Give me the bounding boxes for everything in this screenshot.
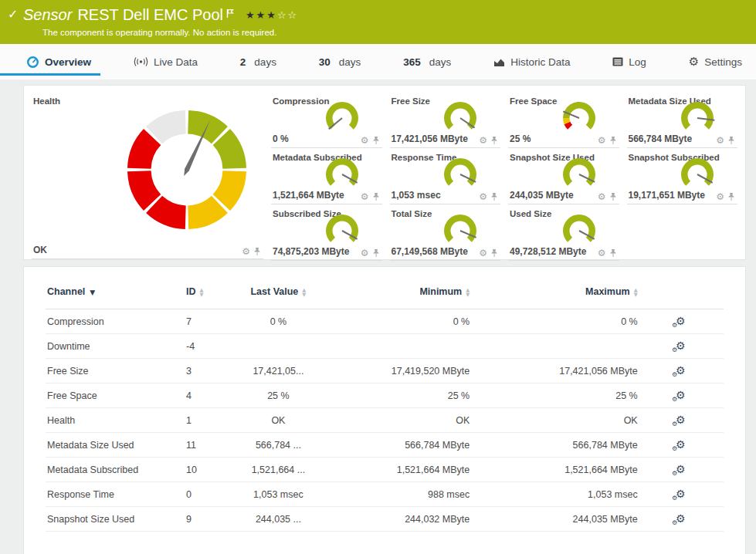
gauge-value: 67,149,568 MByte [392,246,468,257]
tile-title: Health [32,92,263,106]
column-header-id[interactable]: ID▲▼ [186,285,224,309]
channel-settings-icon[interactable]: ⚙⚙ [676,316,686,327]
gear-icon[interactable]: ⚙ [361,136,369,145]
channel-gauge-tile: Used Size 49,728,512 MByte ⚙ [508,204,619,261]
column-header-actions [638,285,724,309]
table-row: Response Time 0 1,053 msec 988 msec 1,05… [46,482,724,507]
pin-icon[interactable] [727,192,735,201]
pin-icon[interactable] [490,136,498,145]
gear-icon[interactable]: ⚙ [479,136,487,145]
gear-icon[interactable]: ⚙ [479,192,487,201]
tab-30-days[interactable]: 30 days [314,44,366,79]
cell-last-value: 1,521,664 ... [224,458,334,482]
page-title: REST Dell EMC Pool [77,5,223,24]
cell-id: -4 [186,334,224,359]
pin-icon[interactable] [609,248,617,258]
channel-settings-icon[interactable]: ⚙⚙ [676,513,686,525]
gauge-value: 1,053 msec [392,190,441,201]
pin-icon[interactable] [609,192,617,201]
cell-maximum: 0 % [470,309,637,334]
star-icon[interactable]: ★ [246,9,256,21]
star-icon[interactable]: ★ [266,9,277,21]
gear-icon[interactable]: ⚙ [361,248,369,258]
channel-gauge [440,213,480,248]
object-kind-label: Sensor [23,5,72,24]
gear-icon[interactable]: ⚙ [598,248,606,258]
cell-channel: Health [46,408,186,433]
tab-overview[interactable]: Overview [22,44,96,79]
health-gauge-tile: Health OK ⚙ [32,92,263,259]
pin-icon[interactable] [490,248,498,258]
channel-gauge-tile: Snapshot Size Used 244,035 MByte ⚙ [508,148,619,204]
flag-icon[interactable] [226,4,235,22]
table-row: Compression 7 0 % 0 % 0 % ⚙⚙ [46,309,724,334]
gear-icon[interactable]: ⚙ [242,247,250,256]
channel-gauge-tile: Total Size 67,149,568 MByte ⚙ [390,204,501,261]
table-row: Free Size 3 17,421,05... 17,419,520 MByt… [46,359,724,383]
channel-settings-icon[interactable]: ⚙⚙ [676,414,686,426]
gear-icon[interactable]: ⚙ [361,192,369,201]
channel-settings-icon[interactable]: ⚙⚙ [676,365,686,377]
channel-settings-icon[interactable]: ⚙⚙ [676,340,686,352]
tab-historic-data[interactable]: Historic Data [489,44,575,79]
cell-last-value: 25 % [224,383,334,408]
column-header-last-value[interactable]: Last Value▲▼ [224,285,334,309]
sort-icon: ▲▼ [466,288,470,297]
pin-icon[interactable] [490,192,498,201]
cell-channel: Free Size [46,359,186,383]
tab-log[interactable]: Log [608,44,651,79]
gear-icon[interactable]: ⚙ [598,136,606,145]
pin-icon[interactable] [609,136,617,145]
cell-id: 10 [186,458,224,482]
cell-channel: Metadata Size Used [46,433,186,458]
sensor-status-header: ✓ Sensor REST Dell EMC Pool ★★★☆☆ The co… [0,0,756,44]
cell-maximum: 1,521,664 MByte [470,458,637,482]
channel-settings-icon[interactable]: ⚙⚙ [676,488,686,500]
pin-icon[interactable] [253,247,261,256]
cell-minimum: 0 % [333,309,470,334]
cell-minimum: 988 msec [333,482,470,507]
channel-gauge [440,100,480,135]
channel-gauge [440,157,480,191]
cell-last-value: 566,784 ... [224,433,334,458]
star-icon[interactable]: ☆ [277,9,288,21]
channel-gauge-tile: Free Space 25 % ⚙ [508,92,619,148]
tab-365-days[interactable]: 365 days [398,44,456,79]
pin-icon[interactable] [372,248,380,258]
channel-settings-icon[interactable]: ⚙⚙ [676,464,686,475]
channel-gauge-tile: Response Time 1,053 msec ⚙ [390,148,501,204]
priority-stars[interactable]: ★★★☆☆ [246,6,298,25]
pin-icon[interactable] [372,192,380,201]
channel-gauge [559,213,599,248]
gauge-value: 1,521,664 MByte [273,190,344,201]
channel-gauge-tile: Snapshot Subscribed 19,171,651 MByte ⚙ [627,148,738,204]
cell-id: 1 [186,408,224,433]
gear-icon[interactable]: ⚙ [479,248,487,258]
gauge-value: 19,171,651 MByte [629,190,705,201]
cell-minimum: OK [333,408,470,433]
tab-live-data[interactable]: Live Data [129,44,202,79]
pin-icon[interactable] [372,136,380,145]
channel-gauge [322,213,362,248]
gear-icon[interactable]: ⚙ [598,192,606,201]
cell-maximum: 1,053 msec [470,482,637,507]
channel-settings-icon[interactable]: ⚙⚙ [676,390,686,401]
cell-last-value: OK [224,408,334,433]
gear-icon[interactable]: ⚙ [716,136,724,145]
tab-2-days[interactable]: 2 days [236,44,281,79]
cell-channel: Metadata Subscribed [46,458,186,482]
gauge-value: 244,035 MByte [510,190,574,201]
star-icon[interactable]: ☆ [288,9,299,21]
gear-icon[interactable]: ⚙ [716,192,724,201]
tab-settings[interactable]: ⚙ Settings [684,44,747,79]
gauge-icon [26,56,39,69]
channel-settings-icon[interactable]: ⚙⚙ [676,439,686,451]
column-header-channel[interactable]: Channel▼ [46,285,186,309]
column-header-minimum[interactable]: Minimum▲▼ [333,285,470,309]
pin-icon[interactable] [727,136,735,145]
column-header-maximum[interactable]: Maximum▲▼ [470,285,637,309]
channel-gauge [559,157,599,191]
channel-gauge [677,157,717,191]
star-icon[interactable]: ★ [256,9,267,21]
cell-maximum: 25 % [470,383,637,408]
